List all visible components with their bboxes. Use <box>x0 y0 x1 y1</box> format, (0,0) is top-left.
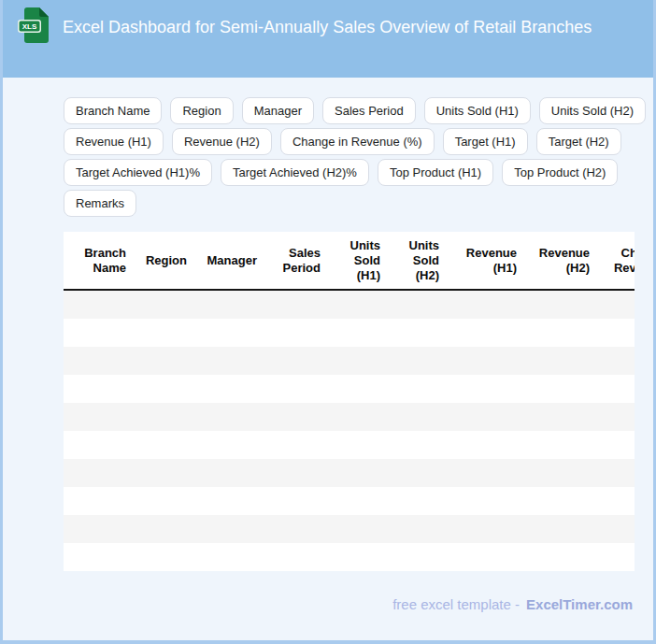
col-revenue-h2: Revenue (H2) <box>526 246 599 276</box>
chip-units-sold-h2[interactable]: Units Sold (H2) <box>539 97 646 124</box>
chip-revenue-h2[interactable]: Revenue (H2) <box>172 128 272 155</box>
chip-target-h2[interactable]: Target (H2) <box>536 128 621 155</box>
col-revenue-h1: Revenue (H1) <box>449 246 526 276</box>
content-card: Branch Name Region Manager Sales Period … <box>3 78 653 640</box>
table-row <box>64 319 635 347</box>
page-frame: XLS Excel Dashboard for Semi-Annually Sa… <box>0 0 656 644</box>
xls-icon-label: XLS <box>22 22 37 31</box>
table-body <box>64 291 635 571</box>
col-units-sold-h1: Units Sold (H1) <box>330 238 390 283</box>
table-row <box>64 487 635 515</box>
table-header-row: Branch Name Region Manager Sales Period … <box>64 232 635 291</box>
col-region: Region <box>135 253 196 268</box>
chip-target-achieved-h2[interactable]: Target Achieved (H2)% <box>221 159 369 186</box>
chip-top-product-h2[interactable]: Top Product (H2) <box>502 159 618 186</box>
chip-change-in-revenue[interactable]: Change in Revenue (%) <box>280 128 435 155</box>
page-title-block: XLS Excel Dashboard for Semi-Annually Sa… <box>16 7 621 44</box>
chip-branch-name[interactable]: Branch Name <box>64 97 162 124</box>
table-row <box>64 543 635 571</box>
xls-file-icon: XLS <box>18 7 50 44</box>
col-units-sold-h2: Units Sold (H2) <box>390 238 449 283</box>
exceltimer-link[interactable]: ExcelTimer.com <box>526 596 633 612</box>
chip-target-h1[interactable]: Target (H1) <box>443 128 528 155</box>
page-header: XLS Excel Dashboard for Semi-Annually Sa… <box>3 0 653 78</box>
chip-target-achieved-h1[interactable]: Target Achieved (H1)% <box>64 159 212 186</box>
chip-manager[interactable]: Manager <box>242 97 314 124</box>
chip-remarks[interactable]: Remarks <box>64 190 136 217</box>
table-row <box>64 515 635 543</box>
footer-text: free excel template - <box>392 596 520 612</box>
table-row <box>64 375 635 403</box>
table-row <box>64 403 635 431</box>
chip-units-sold-h1[interactable]: Units Sold (H1) <box>424 97 531 124</box>
col-branch-name: Branch Name <box>64 246 135 276</box>
page-title: Excel Dashboard for Semi-Annually Sales … <box>63 18 592 36</box>
column-chip-list: Branch Name Region Manager Sales Period … <box>3 78 653 217</box>
col-sales-period: Sales Period <box>266 246 330 276</box>
chip-top-product-h1[interactable]: Top Product (H1) <box>378 159 493 186</box>
col-manager: Manager <box>196 253 266 268</box>
data-table: Branch Name Region Manager Sales Period … <box>64 232 635 571</box>
chip-revenue-h1[interactable]: Revenue (H1) <box>64 128 164 155</box>
chip-region[interactable]: Region <box>170 97 233 124</box>
chip-sales-period[interactable]: Sales Period <box>322 97 416 124</box>
table-row <box>64 431 635 459</box>
table-row <box>64 347 635 375</box>
page-footer: free excel template -ExcelTimer.com <box>3 596 653 612</box>
col-change-in-revenue: Change in Revenue (%) <box>599 246 635 276</box>
table-row <box>64 459 635 487</box>
table-row <box>64 291 635 319</box>
